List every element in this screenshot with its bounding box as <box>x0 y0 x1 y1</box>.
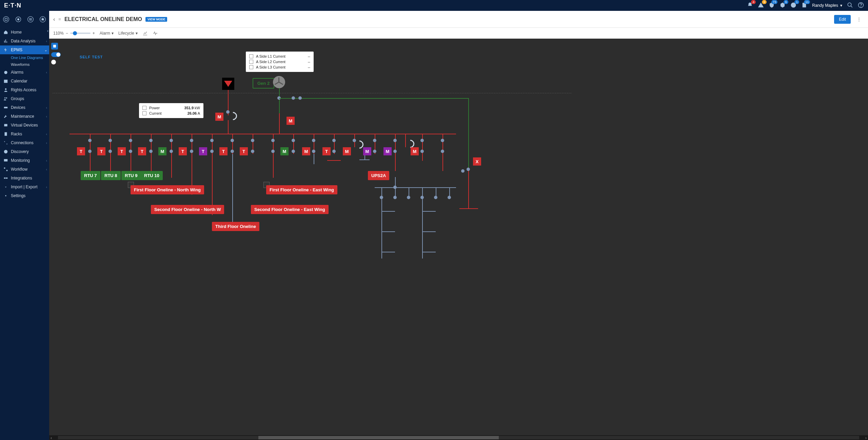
more-icon[interactable]: ⋮ <box>854 17 864 22</box>
meter-box[interactable]: M <box>215 113 223 121</box>
nav-monitoring[interactable]: Monitoring‹ <box>0 156 49 165</box>
transformer-box[interactable]: T <box>77 147 85 155</box>
nav-one-line-diagrams[interactable]: One Line Diagrams <box>8 54 49 61</box>
bus-node <box>149 139 153 142</box>
gen2-label[interactable]: Gen 2 <box>253 78 274 89</box>
floor-label[interactable]: Second Floor Oneline - East Wing <box>251 205 329 214</box>
transformer-box[interactable]: T <box>322 147 331 155</box>
checkbox[interactable] <box>249 60 253 64</box>
nav-discovery[interactable]: Discovery <box>0 147 49 156</box>
current-panel: A Side L1 Current-- A Side L2 Current-- … <box>246 52 314 72</box>
generator-icon[interactable] <box>273 76 285 88</box>
pulse-icon[interactable] <box>153 31 158 36</box>
hamburger-icon[interactable]: ≡ <box>58 17 61 22</box>
zoom-out-icon[interactable]: − <box>66 31 68 36</box>
rtu-label[interactable]: RTU 9 <box>121 171 141 180</box>
nav-epms[interactable]: EPMS⌄ <box>0 45 49 54</box>
x-box[interactable]: X <box>473 157 481 166</box>
rtu-label[interactable]: RTU 10 <box>141 171 163 180</box>
svg-line-31 <box>5 142 7 144</box>
transformer-box[interactable]: T <box>138 147 146 155</box>
zoom-slider[interactable] <box>70 33 91 34</box>
meter-box[interactable]: M <box>363 147 371 155</box>
checkbox[interactable] <box>249 65 253 69</box>
zoom-in-icon[interactable]: + <box>93 31 95 36</box>
rtu-label[interactable]: RTU 8 <box>101 171 121 180</box>
warning-icon[interactable]: 9 <box>758 2 764 9</box>
floor-label[interactable]: Second Floor Oneline - North W <box>151 205 224 214</box>
nav-settings[interactable]: Settings <box>0 191 49 200</box>
meter-box[interactable]: M <box>280 147 289 155</box>
page-icon[interactable]: 11 <box>801 2 807 9</box>
star-icon[interactable] <box>37 13 49 25</box>
meter-box[interactable]: M <box>302 147 310 155</box>
meter-box[interactable]: M <box>411 147 419 155</box>
nav-workflow[interactable]: Workflow‹ <box>0 165 49 174</box>
layer-toggle-icon[interactable] <box>51 43 58 50</box>
svg-rect-34 <box>4 159 8 161</box>
transformer-box[interactable]: T <box>199 147 207 155</box>
nav-data-analysis[interactable]: Data Analysis‹ <box>0 37 49 45</box>
feeder <box>405 134 406 147</box>
ups-label[interactable]: UPS2A <box>368 171 389 180</box>
search-icon[interactable] <box>847 2 853 9</box>
target-icon[interactable] <box>12 13 24 25</box>
oneline-canvas[interactable]: SELF TEST A Side L1 Current-- A Side L2 … <box>49 39 578 310</box>
meter-box[interactable]: M <box>158 147 166 155</box>
list-icon[interactable] <box>24 13 37 25</box>
meter-box[interactable]: M <box>287 117 295 125</box>
svg-line-3 <box>851 6 852 7</box>
info-icon[interactable]: 1 <box>790 2 796 9</box>
nav-connections[interactable]: Connections‹ <box>0 138 49 147</box>
alarm-dropdown[interactable]: Alarm▾ <box>100 31 114 36</box>
nav-home[interactable]: Home <box>0 28 49 37</box>
bus-node <box>190 150 193 153</box>
bell-icon[interactable]: 4 <box>747 2 753 9</box>
edit-button[interactable]: Edit <box>834 15 851 24</box>
rtu-label[interactable]: RTU 7 <box>81 171 100 180</box>
nav-import-export[interactable]: Import | Export‹ <box>0 183 49 191</box>
horizontal-scrollbar[interactable]: ‹ › <box>49 435 868 440</box>
canvas-wrap[interactable]: SELF TEST A Side L1 Current-- A Side L2 … <box>49 39 868 440</box>
user-menu[interactable]: Randy Maples▾ <box>812 3 842 8</box>
nav-groups[interactable]: Groups <box>0 94 49 103</box>
checkbox[interactable] <box>142 106 146 110</box>
hex-icon[interactable]: 6 <box>780 2 786 9</box>
meter-box[interactable]: M <box>383 147 392 155</box>
dist-line <box>422 238 423 259</box>
transformer-box[interactable]: T <box>240 147 248 155</box>
nav-racks[interactable]: Racks‹ <box>0 130 49 138</box>
meter-box[interactable]: M <box>343 147 351 155</box>
shield-icon[interactable]: 73 <box>769 2 775 9</box>
floor-label[interactable]: First Floor Oneline - East Wing <box>266 185 337 194</box>
nav-devices[interactable]: Devices‹ <box>0 103 49 112</box>
nav-rights-access[interactable]: Rights Access <box>0 85 49 94</box>
top-bar: E·T·N 4 9 73 6 1 11 Randy Maples▾ <box>0 0 868 11</box>
nav-calendar[interactable]: Calendar <box>0 77 49 85</box>
lifecycle-dropdown[interactable]: Lifecycle▾ <box>118 31 138 36</box>
bus-node <box>231 150 234 153</box>
transformer-box[interactable]: T <box>118 147 126 155</box>
transformer-box[interactable]: T <box>97 147 105 155</box>
chart-icon[interactable] <box>142 31 148 36</box>
checkbox[interactable] <box>142 111 146 115</box>
transformer-box[interactable]: T <box>179 147 187 155</box>
bus-node <box>271 139 275 142</box>
nav-virtual-devices[interactable]: Virtual Devices <box>0 121 49 130</box>
nav-waveforms[interactable]: Waveforms <box>8 61 49 68</box>
help-icon[interactable] <box>858 2 864 9</box>
canvas-dot[interactable] <box>51 60 56 64</box>
back-icon[interactable]: ‹ <box>53 16 55 22</box>
floor-label[interactable]: Third Floor Oneline <box>212 222 259 231</box>
grid-icon[interactable] <box>0 13 12 25</box>
nav-alarms[interactable]: Alarms‹ <box>0 68 49 77</box>
checkbox[interactable] <box>249 54 253 58</box>
floor-label[interactable]: First Floor Oneline - North Wing <box>131 185 204 194</box>
dist-line <box>381 211 395 212</box>
transformer-box[interactable]: T <box>219 147 228 155</box>
utility-source-icon[interactable] <box>222 78 234 90</box>
bus-node <box>88 139 92 142</box>
canvas-toggle[interactable] <box>51 52 61 57</box>
nav-maintenance[interactable]: Maintenance‹ <box>0 112 49 121</box>
nav-integrations[interactable]: Integrations <box>0 174 49 183</box>
